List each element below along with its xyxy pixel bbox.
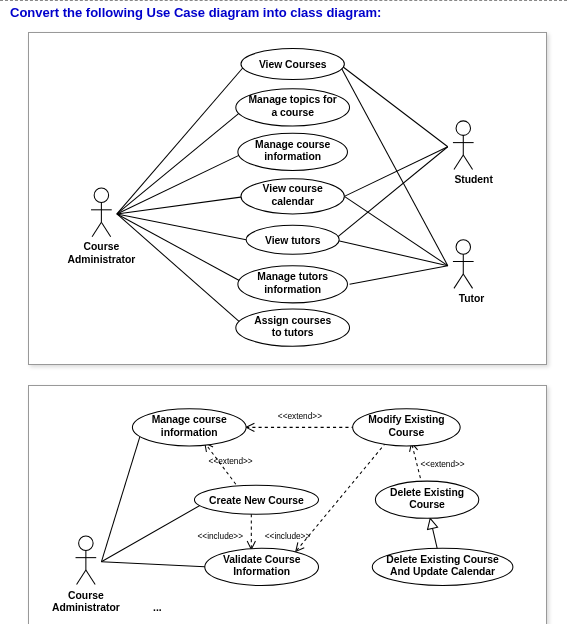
svg-text:a course: a course: [271, 107, 314, 118]
svg-text:Manage course: Manage course: [255, 139, 330, 150]
stereo-extend-2: <<extend>>: [209, 456, 253, 465]
svg-text:information: information: [264, 151, 321, 162]
svg-text:to tutors: to tutors: [272, 327, 314, 338]
usecase-manage-course-info: Manage course information: [238, 133, 348, 170]
usecase-manage-tutors-info: Manage tutors information: [238, 266, 348, 303]
svg-text:information: information: [264, 284, 321, 295]
diagram-2-svg: <<extend>> <<extend>> <<extend>> <<inclu…: [29, 386, 546, 624]
svg-text:Course: Course: [389, 427, 425, 438]
assoc-admin-assigncourses: [117, 214, 246, 328]
svg-text:Delete Existing Course: Delete Existing Course: [386, 554, 499, 565]
assoc-admin-viewcourses: [117, 64, 246, 214]
svg-text:Tutor: Tutor: [459, 293, 485, 304]
svg-text:View Courses: View Courses: [259, 59, 327, 70]
svg-text:Manage course: Manage course: [152, 414, 227, 425]
use-case-diagram-1: View Courses Manage topics for a course …: [28, 32, 547, 365]
svg-text:Student: Student: [454, 174, 493, 185]
assoc-admin-validate: [101, 562, 210, 567]
page-title: Convert the following Use Case diagram i…: [0, 0, 567, 24]
assoc-tutor-viewcalendar: [344, 196, 447, 265]
svg-text:Administrator: Administrator: [68, 254, 136, 265]
stereo-include-2: <<include>>: [265, 532, 311, 541]
svg-text:Modify Existing: Modify Existing: [368, 414, 444, 425]
stereo-extend-1: <<extend>>: [278, 412, 322, 421]
svg-text:Manage topics for: Manage topics for: [248, 94, 336, 105]
svg-text:Delete Existing: Delete Existing: [390, 486, 464, 497]
svg-text:Course: Course: [84, 241, 120, 252]
use-case-diagram-2: <<extend>> <<extend>> <<extend>> <<inclu…: [28, 385, 547, 624]
actor-student: Student: [453, 121, 493, 185]
gen-deleteupdate-to-delete: [430, 518, 437, 549]
assoc-tutor-viewcourses: [339, 64, 448, 266]
usecase-manage-course-info-2: Manage course information: [132, 409, 246, 446]
usecase-assign-courses: Assign courses to tutors: [236, 309, 350, 346]
stereo-extend-3: <<extend>>: [421, 460, 465, 469]
usecase-manage-topics: Manage topics for a course: [236, 89, 350, 126]
actor-course-admin: Course Administrator: [68, 188, 136, 264]
usecase-view-courses: View Courses: [241, 49, 344, 80]
stereo-include-1: <<include>>: [198, 532, 244, 541]
svg-text:View tutors: View tutors: [265, 235, 321, 246]
svg-text:And Update Calendar: And Update Calendar: [390, 566, 495, 577]
assoc-admin-managetutorsinfo: [117, 214, 246, 284]
svg-text:Information: Information: [233, 566, 290, 577]
assoc-student-viewcourses: [339, 64, 448, 147]
svg-text:information: information: [161, 427, 218, 438]
svg-text:Course: Course: [409, 499, 445, 510]
usecase-create-new: Create New Course: [194, 485, 318, 514]
svg-text:Administrator: Administrator: [52, 602, 120, 613]
assoc-tutor-viewtutors: [334, 240, 448, 266]
assoc-tutor-managetutorsinfo: [350, 266, 448, 285]
svg-text:Validate Course: Validate Course: [223, 554, 301, 565]
svg-text:Assign courses: Assign courses: [254, 315, 331, 326]
svg-text:View course: View course: [263, 183, 323, 194]
svg-text:Create New Course: Create New Course: [209, 495, 304, 506]
usecase-view-tutors: View tutors: [246, 225, 339, 254]
assoc-admin-viewtutors: [117, 214, 246, 240]
svg-text:calendar: calendar: [271, 196, 313, 207]
usecase-modify-existing: Modify Existing Course: [353, 409, 461, 446]
svg-text:Manage tutors: Manage tutors: [257, 271, 328, 282]
usecase-validate: Validate Course Information: [205, 548, 319, 585]
svg-text:...: ...: [153, 602, 162, 613]
svg-text:Course: Course: [68, 590, 104, 601]
usecase-view-calendar: View course calendar: [241, 179, 344, 214]
usecase-delete-update: Delete Existing Course And Update Calend…: [372, 548, 513, 585]
diagram-1-svg: View Courses Manage topics for a course …: [29, 33, 546, 364]
usecase-delete-existing: Delete Existing Course: [375, 481, 478, 518]
actor-tutor: Tutor: [453, 240, 484, 304]
actor-course-admin-2: Course Administrator: [52, 536, 120, 613]
